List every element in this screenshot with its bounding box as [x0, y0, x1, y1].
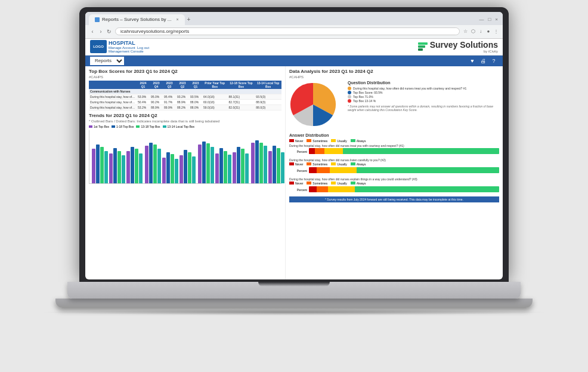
bar — [153, 145, 157, 183]
q3-row-label: Percent — [289, 188, 307, 192]
cell-q1-2024: 53.2% — [137, 104, 150, 110]
new-tab-button[interactable]: + — [187, 16, 191, 23]
laptop-body — [67, 282, 521, 299]
refresh-button[interactable]: ↻ — [106, 28, 113, 35]
cell-q4-2023: 90.2% — [150, 99, 163, 104]
legend-usually-3: Usually — [331, 182, 346, 185]
question-dist-title: Question Distribution — [348, 81, 499, 85]
bar-group-3 — [126, 147, 143, 183]
answer-dist-title: Answer Distribution — [289, 133, 499, 137]
col-header-local: 13-14 Local Top Box — [255, 81, 281, 89]
nav-links[interactable]: Manage Account Log out Management Consol… — [109, 46, 149, 53]
qd-legend-4: Top Box 13-14 % — [348, 99, 499, 103]
address-bar[interactable]: icahnsurveysolutions.org/reports — [115, 27, 460, 35]
bottom-notice: * Survey results from July 2024 forward … — [289, 196, 499, 202]
print-button[interactable]: 🖨 — [479, 57, 487, 65]
bar — [241, 149, 245, 183]
trends-section: Trends for 2023 Q1 to 2024 Q2 * Outlined… — [89, 113, 281, 184]
bar — [92, 149, 95, 183]
screen-bezel: Reports – Survey Solutions by ... × + — … — [85, 12, 503, 279]
cell-q2-2023: 88.9% — [176, 99, 189, 104]
legend-color-1 — [89, 125, 92, 128]
hospital-logo: LOGO HOSPITAL Manage Account Log out Man… — [90, 40, 149, 53]
help-button[interactable]: ? — [490, 57, 498, 65]
survey-solutions-subtitle: by iCivity — [430, 50, 498, 53]
ss-bar-2 — [418, 45, 425, 48]
pie-note: * Some patients may not answer all quest… — [348, 104, 499, 112]
menu-icon[interactable]: ⋮ — [493, 29, 499, 35]
reports-actions: ♥ 🖨 ? — [468, 57, 498, 65]
back-button[interactable]: ‹ — [89, 28, 96, 35]
bar — [122, 155, 125, 183]
heart-button[interactable]: ♥ — [468, 57, 476, 65]
answer-dist-q1: Never Sometimes Usually — [289, 139, 499, 156]
cell-q3-2023: 91.7% — [163, 99, 176, 104]
legend-item-1: 1st Top Box — [89, 125, 109, 128]
legend-dot — [351, 182, 355, 185]
bar — [251, 143, 255, 183]
col-header-q3-2023: 2023 Q3 — [163, 81, 176, 89]
legend-label: Never — [295, 182, 303, 185]
cell-q1-2024: 50.4% — [137, 99, 150, 104]
maximize-button[interactable]: □ — [487, 17, 492, 22]
col-header-12-18: 12-18 Score Top Box — [227, 81, 255, 89]
q3-label: During the hospital stay, how often did … — [289, 177, 499, 181]
bar — [117, 151, 121, 183]
bar — [131, 147, 134, 183]
extensions-icon[interactable]: ⬡ — [470, 29, 476, 35]
tab-close-icon[interactable]: × — [177, 17, 179, 21]
seg-sometimes — [315, 148, 324, 154]
minimize-button[interactable]: — — [478, 17, 485, 22]
bar — [281, 152, 284, 183]
seg-never — [309, 186, 317, 192]
legend-sometimes-2: Sometimes — [307, 162, 327, 166]
right-top-row: Question Distribution During this hospit… — [289, 81, 499, 131]
download-icon[interactable]: ↓ — [478, 29, 484, 35]
chart-wrapper — [89, 130, 281, 184]
app-content: LOGO HOSPITAL Manage Account Log out Man… — [85, 39, 503, 279]
profile-icon[interactable]: ● — [485, 29, 491, 35]
legend-never-2: Never — [289, 162, 303, 166]
bar — [113, 148, 117, 183]
forward-button[interactable]: › — [97, 28, 104, 35]
legend-color-3 — [136, 125, 140, 128]
bar — [166, 152, 170, 183]
legend-color-4 — [163, 125, 166, 128]
cell-q1-2023: 88.0% — [189, 104, 202, 110]
qd-legend-3: Top Box 71.0% — [348, 95, 499, 99]
legend-dot — [331, 182, 336, 185]
bar — [180, 155, 183, 183]
reports-dropdown[interactable]: Reports — [90, 57, 124, 65]
browser-tabs: Reports – Survey Solutions by ... × + — … — [85, 12, 503, 25]
top-box-title: Top Box Scores for 2023 Q1 to 2024 Q2 — [89, 69, 281, 74]
bar — [198, 145, 202, 183]
data-analysis-title: Data Analysis for 2023 Q1 to 2024 Q2 — [289, 69, 499, 74]
hospital-logo-text: LOGO — [93, 45, 104, 48]
legend-always-dot — [351, 139, 355, 142]
bar — [192, 156, 196, 183]
legend-never: Never — [289, 139, 303, 143]
legend-never-dot — [289, 139, 294, 142]
bar-group-5 — [162, 152, 178, 183]
bookmark-icon[interactable]: ☆ — [462, 29, 468, 35]
table-row: During this hospital stay, how often did… — [89, 94, 281, 99]
ans-legend-3: Never Sometimes Usually — [289, 182, 499, 185]
cell-q2-2023: 88.2% — [176, 104, 189, 110]
bar — [259, 143, 263, 183]
browser-tab[interactable]: Reports – Survey Solutions by ... × — [89, 14, 185, 25]
qd-label-2: Top Box Score: 93.5% — [353, 91, 382, 94]
legend-label: Sometimes — [312, 182, 327, 185]
qd-label-3: Top Box 71.0% — [353, 95, 373, 99]
answer-dist-q2: During the hospital stay, how often did … — [289, 158, 499, 175]
cell-q2-2023: 93.2% — [176, 94, 189, 99]
laptop-screen: Reports – Survey Solutions by ... × + — … — [79, 7, 509, 282]
reports-bar: Reports ♥ 🖨 ? — [85, 56, 503, 66]
q1-label: During the hospital stay, how often did … — [289, 144, 499, 147]
bar-group-7 — [198, 142, 214, 183]
cell-12-18: 82.0(31) — [227, 104, 255, 110]
qd-legend-2: Top Box Score: 93.5% — [348, 91, 499, 94]
bar — [211, 147, 214, 183]
close-button[interactable]: × — [494, 17, 499, 22]
bar — [188, 152, 191, 183]
top-box-section: Top Box Scores for 2023 Q1 to 2024 Q2 #C… — [89, 69, 281, 110]
